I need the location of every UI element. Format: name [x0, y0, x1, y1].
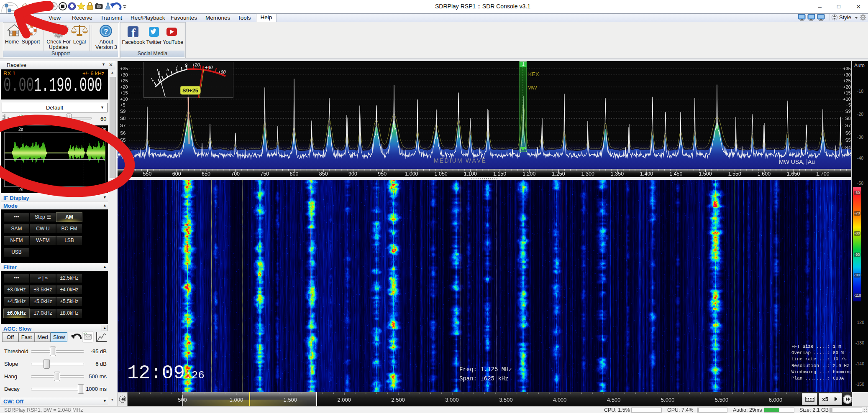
svg-text:+40: +40: [205, 65, 213, 70]
svg-text:+20: +20: [192, 62, 200, 67]
svg-text:f: f: [131, 26, 136, 40]
svg-text:S9+25: S9+25: [182, 87, 198, 94]
svg-text:?: ?: [104, 28, 108, 36]
svg-text:+60: +60: [218, 69, 226, 74]
svg-text:7: 7: [176, 64, 179, 69]
svg-text:9: 9: [185, 63, 187, 68]
svg-text:5: 5: [166, 67, 169, 72]
svg-text:Style: Style: [839, 14, 851, 20]
